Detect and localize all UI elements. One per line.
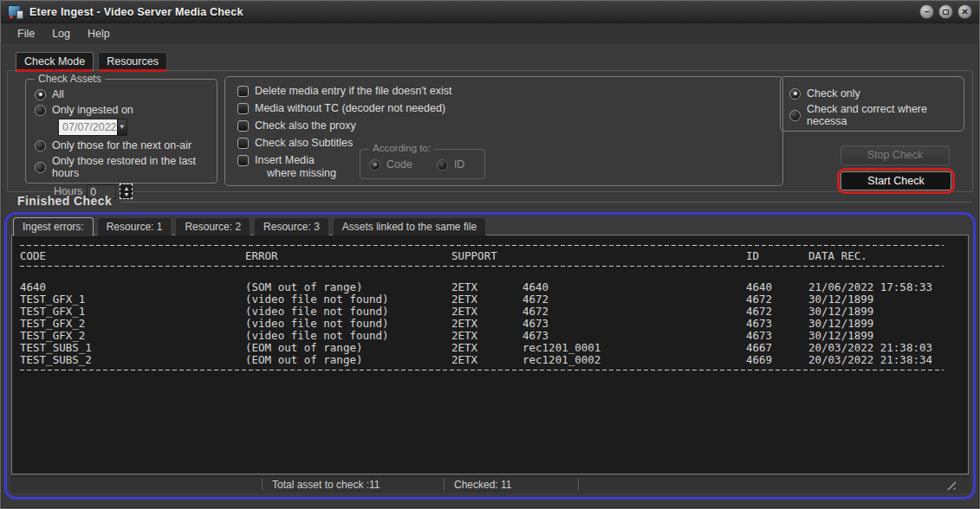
cell-code: TEST_GFX_1: [20, 306, 245, 318]
app-icon: [8, 5, 23, 19]
radio-all-icon[interactable]: [35, 89, 46, 100]
radio-restored-last-hours-icon[interactable]: [35, 162, 46, 173]
tab-resource-2[interactable]: Resource: 2: [175, 217, 250, 235]
menu-log[interactable]: Log: [44, 26, 78, 42]
radio-id-label: ID: [454, 158, 465, 171]
radio-check-only-label: Check only: [807, 87, 860, 100]
column-code: CODE: [20, 250, 245, 262]
radio-next-on-air-icon[interactable]: [35, 140, 46, 151]
tab-resources[interactable]: Resources: [98, 52, 167, 72]
radio-next-on-air[interactable]: Only those for the next on-air: [35, 139, 217, 151]
cell-date: 30/12/1899: [808, 318, 960, 330]
ingest-date-picker[interactable]: 07/07/2022 ▼: [58, 119, 127, 136]
according-to-group: According to: Code ID: [360, 149, 485, 179]
radio-check-only[interactable]: Check only: [789, 87, 964, 100]
spinner-up-icon[interactable]: ▲: [123, 185, 129, 191]
column-id: ID: [746, 250, 808, 262]
radio-only-ingested-icon[interactable]: [35, 105, 46, 116]
checkbox-check-proxy-label: Check also the proxy: [255, 119, 356, 132]
cell-error: (SOM out of range): [245, 281, 451, 293]
table-row[interactable]: TEST_GFX_2(video file not found)2ETX4673…: [20, 330, 960, 342]
checkbox-media-without-tc[interactable]: Media without TC (decoder not needed): [237, 102, 782, 114]
cell-code: TEST_GFX_2: [20, 318, 245, 330]
radio-restored-last-hours[interactable]: Only those restored in the last hours: [35, 155, 217, 179]
table-row[interactable]: TEST_GFX_2(video file not found)2ETX4673…: [20, 318, 960, 330]
checkbox-check-proxy-icon[interactable]: [237, 120, 249, 132]
cell-id: 4672: [746, 293, 808, 306]
checkbox-media-without-tc-icon[interactable]: [237, 103, 249, 114]
radio-check-and-correct[interactable]: Check and correct where necessa: [789, 103, 964, 127]
cell-file: 4673: [522, 318, 746, 330]
status-separator: [444, 479, 445, 491]
tab-underline: [99, 69, 166, 72]
checkbox-check-subtitles-icon[interactable]: [237, 138, 249, 149]
table-row[interactable]: TEST_GFX_1(video file not found)2ETX4672…: [20, 293, 960, 306]
radio-id-icon[interactable]: [437, 159, 448, 171]
maximize-icon[interactable]: [938, 4, 953, 19]
radio-check-and-correct-icon[interactable]: [789, 110, 801, 121]
cell-support: 2ETX: [451, 330, 522, 342]
cell-date: 30/12/1899: [808, 293, 960, 306]
ingest-date-value[interactable]: 07/07/2022: [59, 119, 117, 135]
column-support: SUPPORT: [451, 250, 522, 262]
cell-error: (video file not found): [245, 293, 451, 306]
results-rows: 4640(SOM out of range)2ETX4640464021/06/…: [20, 281, 960, 366]
table-row[interactable]: TEST_SUBS_1(EOM out of range)2ETXrec1201…: [20, 342, 960, 354]
cell-support: 2ETX: [451, 318, 522, 330]
cell-code: TEST_SUBS_2: [20, 354, 245, 366]
radio-code[interactable]: Code: [369, 158, 412, 171]
radio-all[interactable]: All: [35, 88, 217, 100]
radio-code-icon[interactable]: [369, 159, 380, 171]
radio-code-label: Code: [386, 158, 412, 171]
menu-help[interactable]: Help: [80, 26, 118, 42]
checkbox-insert-media-label: Insert Media: [255, 154, 315, 166]
insert-media-sublabel: where missing: [267, 167, 782, 179]
cell-date: 20/03/2022 21:38:34: [808, 354, 960, 366]
status-separator: [578, 479, 579, 491]
table-header: CODE ERROR SUPPORT ID DATA REC.: [20, 250, 960, 262]
finished-check-title: Finished Check: [17, 194, 112, 208]
results-panel: CODE ERROR SUPPORT ID DATA REC. 4640(SOM…: [11, 235, 969, 474]
chevron-down-icon[interactable]: ▼: [117, 119, 127, 135]
tab-resource-3[interactable]: Resource: 3: [254, 217, 329, 235]
menu-file[interactable]: File: [10, 26, 42, 42]
checkbox-check-subtitles[interactable]: Check also Subtitles: [237, 137, 782, 149]
table-row[interactable]: TEST_GFX_1(video file not found)2ETX4672…: [20, 306, 960, 318]
tab-check-mode[interactable]: Check Mode: [16, 52, 94, 72]
close-icon[interactable]: ✕: [957, 4, 972, 19]
tab-resource-1[interactable]: Resource: 1: [97, 217, 172, 235]
radio-only-ingested[interactable]: Only ingested on: [35, 104, 217, 116]
table-row[interactable]: TEST_SUBS_2(EOM out of range)2ETXrec1201…: [20, 354, 960, 366]
main-tab-strip: Check Mode Resources: [16, 52, 167, 72]
check-mode-options-group: Check only Check and correct where neces…: [780, 76, 964, 132]
minimize-icon[interactable]: –: [919, 4, 934, 19]
cell-error: (video file not found): [245, 330, 451, 342]
checkbox-delete-media-entry[interactable]: Delete media entry if the file doesn't e…: [237, 85, 782, 97]
tab-assets-linked[interactable]: Assets linked to the same file: [333, 217, 486, 235]
stop-check-button[interactable]: Stop Check: [840, 145, 950, 165]
tab-ingest-errors[interactable]: Ingest errors:: [13, 217, 94, 236]
checkbox-insert-media-icon[interactable]: [237, 155, 249, 166]
radio-check-only-icon[interactable]: [789, 88, 801, 100]
cell-error: (video file not found): [245, 306, 451, 318]
cell-error: (EOM out of range): [245, 342, 451, 354]
checkbox-media-without-tc-label: Media without TC (decoder not needed): [255, 102, 445, 114]
check-mode-panel: Check Assets All Only ingested on 07/07/…: [7, 70, 973, 192]
radio-id[interactable]: ID: [437, 158, 465, 171]
cell-date: 30/12/1899: [808, 306, 960, 318]
check-assets-group: Check Assets All Only ingested on 07/07/…: [25, 79, 217, 184]
checkbox-insert-media[interactable]: Insert Media: [237, 154, 782, 166]
results-annotation: Ingest errors: Resource: 1 Resource: 2 R…: [4, 212, 976, 499]
column-file: [522, 250, 746, 262]
section-rule: [120, 202, 971, 203]
resize-grip-icon[interactable]: [944, 479, 956, 490]
checkbox-check-proxy[interactable]: Check also the proxy: [237, 119, 782, 132]
cell-support: 2ETX: [451, 281, 522, 293]
cell-id: 4667: [746, 342, 808, 354]
cell-support: 2ETX: [451, 342, 522, 354]
table-row[interactable]: 4640(SOM out of range)2ETX4640464021/06/…: [20, 281, 960, 293]
checkbox-delete-media-entry-icon[interactable]: [237, 86, 249, 97]
start-check-annotation: Start Check: [837, 168, 955, 194]
start-check-button[interactable]: Start Check: [840, 171, 951, 190]
cell-file: 4672: [522, 293, 746, 306]
